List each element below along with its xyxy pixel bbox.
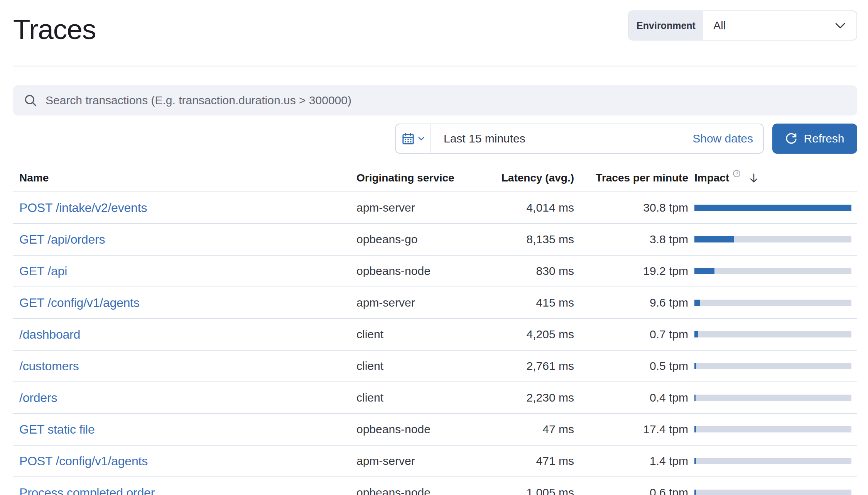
latency-value: 1,005 ms	[488, 486, 574, 495]
latency-value: 4,205 ms	[488, 328, 574, 341]
impact-bar	[694, 300, 851, 306]
table-header-row: Name Originating service Latency (avg.) …	[13, 164, 857, 192]
latency-value: 8,135 ms	[488, 233, 574, 246]
table-row: /dashboard client 4,205 ms 0.7 tpm	[13, 319, 857, 351]
latency-value: 2,761 ms	[488, 359, 574, 373]
table-row: POST /config/v1/agents apm-server 471 ms…	[13, 446, 857, 477]
impact-bar	[694, 490, 851, 495]
latency-value: 830 ms	[488, 264, 574, 278]
originating-service: client	[356, 359, 488, 373]
environment-value[interactable]: All	[703, 11, 856, 40]
originating-service: apm-server	[356, 454, 488, 468]
latency-value: 415 ms	[488, 296, 574, 309]
traces-table: Name Originating service Latency (avg.) …	[13, 164, 857, 495]
impact-bar	[694, 426, 851, 432]
impact-bar-fill	[694, 426, 696, 432]
table-row: Process completed order opbeans-node 1,0…	[13, 477, 857, 495]
tpm-value: 3.8 tpm	[574, 233, 688, 246]
impact-bar	[694, 236, 851, 242]
transaction-link[interactable]: GET static file	[19, 422, 95, 436]
impact-bar-fill	[694, 395, 696, 401]
impact-bar	[694, 331, 851, 337]
impact-bar-fill	[694, 363, 696, 369]
column-header-latency[interactable]: Latency (avg.)	[488, 172, 574, 184]
impact-bar	[694, 458, 851, 464]
tpm-value: 0.7 tpm	[574, 328, 688, 341]
tpm-value: 19.2 tpm	[574, 264, 688, 278]
transaction-link[interactable]: POST /intake/v2/events	[19, 201, 147, 215]
column-header-name[interactable]: Name	[13, 172, 356, 184]
tpm-value: 0.4 tpm	[574, 391, 688, 404]
originating-service: opbeans-go	[356, 233, 488, 246]
column-header-tpm[interactable]: Traces per minute	[574, 172, 688, 184]
impact-bar-fill	[694, 236, 734, 242]
originating-service: opbeans-node	[356, 423, 488, 436]
latency-value: 47 ms	[488, 423, 574, 436]
impact-bar-fill	[694, 490, 696, 495]
impact-bar	[694, 268, 851, 274]
search-placeholder: Search transactions (E.g. transaction.du…	[46, 94, 351, 107]
quick-select-button[interactable]	[396, 124, 431, 153]
refresh-icon	[785, 132, 797, 145]
latency-value: 4,014 ms	[488, 201, 574, 214]
originating-service: opbeans-node	[356, 486, 488, 495]
tpm-value: 17.4 tpm	[574, 423, 688, 436]
environment-selected-option: All	[713, 19, 726, 32]
search-icon	[24, 94, 37, 107]
originating-service: apm-server	[356, 201, 488, 214]
search-input[interactable]: Search transactions (E.g. transaction.du…	[13, 85, 857, 115]
impact-bar-fill	[694, 268, 714, 274]
environment-select[interactable]: Environment All	[628, 10, 857, 41]
transaction-link[interactable]: Process completed order	[19, 486, 155, 495]
refresh-button[interactable]: Refresh	[772, 124, 857, 154]
date-picker[interactable]: Last 15 minutes Show dates	[395, 124, 764, 154]
transaction-link[interactable]: POST /config/v1/agents	[19, 454, 148, 468]
environment-label: Environment	[629, 11, 703, 40]
table-row: GET static file opbeans-node 47 ms 17.4 …	[13, 414, 857, 446]
transaction-link[interactable]: /customers	[19, 359, 79, 373]
sort-descending-icon	[748, 172, 760, 184]
tpm-value: 0.5 tpm	[574, 359, 688, 373]
calendar-icon	[402, 132, 415, 145]
latency-value: 471 ms	[488, 454, 574, 468]
originating-service: opbeans-node	[356, 264, 488, 278]
page-header: Traces Environment All	[13, 0, 857, 66]
column-header-impact[interactable]: Impact ?	[688, 172, 857, 184]
transaction-link[interactable]: GET /config/v1/agents	[19, 296, 140, 310]
table-row: POST /intake/v2/events apm-server 4,014 …	[13, 192, 857, 224]
impact-bar-fill	[694, 300, 700, 306]
transaction-link[interactable]: GET /api/orders	[19, 232, 105, 246]
tpm-value: 1.4 tpm	[574, 454, 688, 468]
question-in-circle-icon[interactable]: ?	[733, 170, 740, 177]
table-row: GET /config/v1/agents apm-server 415 ms …	[13, 287, 857, 319]
impact-bar-fill	[694, 458, 696, 464]
column-header-service[interactable]: Originating service	[356, 172, 488, 184]
show-dates-link[interactable]: Show dates	[692, 132, 753, 145]
chevron-down-icon	[417, 135, 425, 142]
transaction-link[interactable]: /orders	[19, 391, 57, 405]
transaction-link[interactable]: /dashboard	[19, 327, 80, 341]
originating-service: apm-server	[356, 296, 488, 309]
tpm-value: 30.8 tpm	[574, 201, 688, 214]
impact-bar	[694, 395, 851, 401]
tpm-value: 0.6 tpm	[574, 486, 688, 495]
impact-bar	[694, 363, 851, 369]
tpm-value: 9.6 tpm	[574, 296, 688, 309]
table-row: GET /api/orders opbeans-go 8,135 ms 3.8 …	[13, 224, 857, 256]
impact-bar-fill	[694, 331, 698, 337]
impact-bar	[694, 205, 851, 211]
originating-service: client	[356, 328, 488, 341]
table-row: GET /api opbeans-node 830 ms 19.2 tpm	[13, 256, 857, 287]
latency-value: 2,230 ms	[488, 391, 574, 404]
originating-service: client	[356, 391, 488, 404]
transaction-link[interactable]: GET /api	[19, 264, 67, 278]
date-range-value[interactable]: Last 15 minutes	[444, 132, 525, 145]
impact-bar-fill	[694, 205, 851, 211]
refresh-button-label: Refresh	[804, 132, 844, 145]
chevron-down-icon	[834, 19, 846, 32]
table-row: /customers client 2,761 ms 0.5 tpm	[13, 351, 857, 382]
table-row: /orders client 2,230 ms 0.4 tpm	[13, 382, 857, 414]
